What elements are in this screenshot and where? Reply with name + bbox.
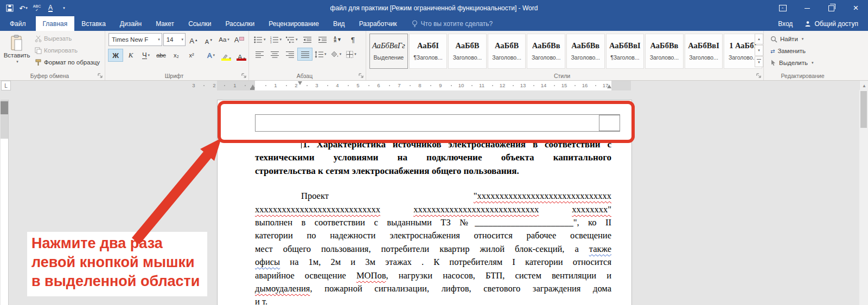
style-item[interactable]: АаБбВЗаголово...	[448, 34, 487, 69]
spelling-grammar-button[interactable]: ABC✓	[30, 1, 43, 15]
vertical-scrollbar[interactable]	[859, 90, 868, 305]
paste-button[interactable]: Вставить ▾	[2, 33, 31, 74]
select-button[interactable]: Выделить ▾	[768, 57, 841, 69]
style-item[interactable]: АаБбВвІЗаголово...	[685, 34, 723, 69]
tab-stop-selector[interactable]: L	[1, 81, 11, 90]
line-spacing-button[interactable]: ▾	[313, 48, 328, 60]
font-color-button[interactable]: А ▾	[234, 49, 248, 62]
change-case-button[interactable]: Аа▾	[217, 34, 231, 46]
styles-scroll-up-button[interactable]: ▴	[755, 34, 763, 44]
tab-Вид[interactable]: Вид	[326, 16, 352, 31]
text-effects-button[interactable]: А▾	[204, 49, 218, 61]
superscript-button[interactable]: x²	[184, 49, 199, 61]
document-text[interactable]: 1. Характеристика источников электроснаб…	[255, 138, 611, 305]
left-indent-box[interactable]	[250, 88, 254, 90]
sign-in-button[interactable]: Вход	[778, 20, 793, 28]
tab-Ссылки[interactable]: Ссылки	[181, 16, 218, 31]
multilevel-list-button[interactable]: ▾	[284, 34, 299, 46]
decrease-indent-button[interactable]	[301, 34, 315, 46]
close-button[interactable]: ×	[844, 0, 868, 16]
borders-button[interactable]: ▾	[344, 48, 359, 60]
style-item[interactable]: АаБбВвГгВыделение	[369, 34, 408, 69]
tab-Главная[interactable]: Главная	[36, 16, 75, 31]
justify-button[interactable]	[298, 48, 312, 60]
tab-Рецензирование[interactable]: Рецензирование	[261, 16, 326, 31]
restore-button[interactable]	[819, 0, 844, 16]
ruler-number: 12	[500, 81, 506, 90]
minimize-button[interactable]	[795, 0, 819, 16]
tab-Вставка[interactable]: Вставка	[74, 16, 113, 31]
underline-a-icon: А	[48, 4, 53, 12]
style-item[interactable]: АаБбІ¶Заголов...	[409, 34, 448, 69]
style-preview: АаБбВ	[488, 37, 526, 54]
align-right-button[interactable]	[283, 48, 297, 60]
tab-file[interactable]: Файл	[0, 16, 36, 31]
ruler-tick	[471, 85, 473, 86]
scrollbar-thumb[interactable]	[860, 91, 867, 128]
tab-Дизайн[interactable]: Дизайн	[113, 16, 149, 31]
tab-Рассылки[interactable]: Рассылки	[218, 16, 261, 31]
shrink-font-button[interactable]: А▼	[202, 33, 216, 46]
font-dialog-launcher[interactable]	[240, 72, 247, 79]
italic-button[interactable]: К	[124, 49, 138, 61]
format-painter-button[interactable]: Формат по образцу	[33, 56, 102, 68]
cut-button[interactable]: Вырезать	[33, 33, 102, 44]
align-left-button[interactable]	[252, 48, 266, 60]
customize-quick-access-button[interactable]: ▾	[58, 1, 71, 15]
grow-font-button[interactable]: А▲	[187, 33, 201, 46]
tab-bar-right: Вход Общий доступ	[778, 16, 868, 31]
style-item[interactable]: АаБбВвЗаголово...	[566, 34, 605, 69]
strikethrough-button[interactable]: abc	[154, 49, 168, 61]
styles-more-button[interactable]: ▾	[755, 56, 763, 67]
style-preview: АаБбВвГг	[370, 37, 407, 54]
font-size-combo[interactable]: 14▾	[163, 33, 186, 46]
bullets-button[interactable]: ▾	[252, 34, 267, 46]
vertical-ruler[interactable]	[1, 100, 9, 305]
style-item[interactable]: АаБбВвЗаголово...	[645, 34, 684, 69]
style-item[interactable]: АаБбВвЗаголово...	[527, 34, 565, 69]
find-button[interactable]: Найти ▾	[768, 33, 841, 45]
right-indent-marker[interactable]	[607, 85, 611, 88]
font-group-label: Шрифт	[105, 73, 243, 79]
first-line-indent-marker[interactable]	[298, 81, 302, 85]
justify-icon	[301, 51, 309, 58]
subscript-button[interactable]: x₂	[169, 49, 183, 61]
replace-button[interactable]: ⇄ Заменить	[768, 45, 841, 57]
align-center-button[interactable]	[267, 48, 282, 60]
style-item[interactable]: АаБбВвІ¶Заголов...	[606, 34, 644, 69]
underline-quick-button[interactable]: А	[44, 1, 57, 15]
underline-button[interactable]: Ч▾	[139, 49, 153, 61]
paragraph-dialog-launcher[interactable]	[358, 72, 365, 79]
copy-button[interactable]: Копировать	[33, 44, 102, 56]
font-family-combo[interactable]: Times New F▾	[108, 33, 162, 46]
scroll-up-button[interactable]: ▲	[859, 80, 868, 91]
style-name: Заголово...	[527, 54, 565, 61]
tell-me-box[interactable]: Что вы хотите сделать?	[404, 16, 501, 31]
numbering-button[interactable]: 123 ▾	[269, 34, 284, 46]
dropdown-arrow-icon: ▾	[296, 37, 298, 42]
shading-button[interactable]: ▾	[329, 48, 343, 60]
borders-icon	[346, 51, 353, 58]
styles-dialog-launcher[interactable]	[755, 72, 762, 79]
styles-group-label: Стили	[366, 73, 758, 79]
tab-Разработчик[interactable]: Разработчик	[352, 16, 404, 31]
save-button[interactable]	[3, 1, 16, 15]
horizontal-ruler[interactable]: L 3211234567891011121314151617	[0, 80, 868, 91]
styles-scroll-down-button[interactable]: ▾	[755, 45, 763, 56]
ruler-tick	[575, 85, 576, 86]
window-controls: ⌃ ×	[770, 0, 868, 16]
tab-Макет[interactable]: Макет	[149, 16, 181, 31]
clipboard-dialog-launcher[interactable]	[97, 72, 104, 79]
sort-button[interactable]: АЯ ▼	[331, 34, 345, 46]
clear-formatting-button[interactable]: А	[232, 34, 246, 46]
left-indent-marker[interactable]	[251, 85, 255, 88]
ribbon-display-options-button[interactable]: ⌃	[770, 0, 795, 16]
increase-indent-button[interactable]	[316, 34, 330, 46]
undo-button[interactable]: ↶▾	[17, 1, 30, 15]
share-button[interactable]: Общий доступ	[805, 20, 858, 28]
show-formatting-button[interactable]: ¶	[346, 34, 360, 46]
highlight-color-button[interactable]: ▾	[219, 49, 233, 62]
bold-button[interactable]: Ж	[108, 49, 123, 61]
style-item[interactable]: АаБбВЗаголово...	[488, 34, 526, 69]
ruler-number: 9	[439, 81, 442, 90]
